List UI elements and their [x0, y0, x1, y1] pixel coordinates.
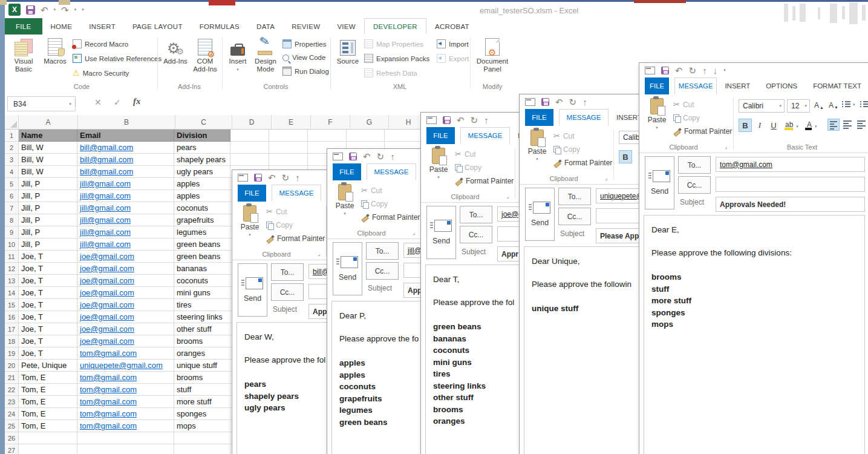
- row-header[interactable]: 15: [5, 299, 19, 311]
- properties-button[interactable]: Properties: [282, 39, 329, 48]
- sheet-cell[interactable]: Division: [174, 130, 230, 142]
- sheet-cell[interactable]: brooms: [174, 335, 230, 347]
- sheet-cell[interactable]: [308, 130, 347, 142]
- row-header[interactable]: 23: [5, 396, 19, 408]
- to-button[interactable]: To...: [558, 188, 591, 205]
- sheet-cell[interactable]: Jill, P: [19, 202, 77, 214]
- email-link[interactable]: jill@gmail.com: [80, 179, 131, 188]
- format-painter-button[interactable]: Format Painter: [266, 234, 325, 243]
- insert-function-icon[interactable]: fx: [133, 96, 141, 107]
- sheet-cell[interactable]: [174, 432, 230, 444]
- align-left-button[interactable]: [827, 119, 840, 131]
- mail-tab-file[interactable]: FILE: [645, 77, 669, 94]
- excel-app-icon[interactable]: X: [8, 4, 21, 16]
- numbering-button[interactable]: [859, 100, 868, 111]
- email-link[interactable]: tom@gmail.com: [80, 409, 137, 418]
- export-button[interactable]: Export: [437, 54, 469, 63]
- customize-qat-icon[interactable]: ▾: [82, 7, 84, 12]
- formula-bar-splitter[interactable]: ⋮: [71, 98, 79, 107]
- sheet-cell[interactable]: [230, 130, 269, 142]
- send-button[interactable]: Send: [426, 206, 456, 259]
- save-icon[interactable]: [349, 153, 357, 160]
- sheet-cell[interactable]: brooms: [174, 372, 230, 384]
- row-header[interactable]: 8: [5, 214, 19, 226]
- source-button[interactable]: Source: [334, 38, 362, 65]
- sheet-cell[interactable]: [269, 154, 308, 166]
- email-link[interactable]: bill@gmail.com: [80, 155, 133, 164]
- email-link[interactable]: joe@gmail.com: [80, 300, 134, 309]
- move-up-icon[interactable]: ↑: [390, 152, 395, 161]
- sheet-cell[interactable]: jill@gmail.com: [77, 190, 174, 202]
- sheet-cell[interactable]: jill@gmail.com: [77, 239, 174, 251]
- sheet-cell[interactable]: joe@gmail.com: [77, 251, 174, 263]
- undo-icon[interactable]: ↶: [675, 66, 683, 75]
- row-header[interactable]: 17: [5, 323, 19, 335]
- sheet-cell[interactable]: bill@gmail.com: [77, 154, 174, 166]
- redo-dropdown-icon[interactable]: ▾: [74, 7, 77, 12]
- redo-icon[interactable]: ↻: [689, 66, 697, 75]
- to-button[interactable]: To...: [678, 156, 711, 174]
- sheet-cell[interactable]: [269, 142, 308, 154]
- column-header-c[interactable]: C: [175, 115, 232, 130]
- sheet-cell[interactable]: sponges: [174, 408, 230, 420]
- row-header[interactable]: 12: [5, 263, 19, 275]
- bold-button[interactable]: B: [739, 119, 752, 132]
- sheet-cell[interactable]: mini guns: [174, 287, 230, 299]
- sheet-cell[interactable]: bill@gmail.com: [77, 142, 174, 154]
- sheet-cell[interactable]: tom@gmail.com: [77, 420, 174, 432]
- clipboard-dialog-launcher[interactable]: ⌟: [318, 251, 320, 257]
- sheet-cell[interactable]: coconuts: [174, 202, 230, 214]
- sheet-cell[interactable]: Jill, P: [19, 190, 77, 202]
- save-icon[interactable]: [26, 5, 35, 15]
- move-down-icon[interactable]: ↓: [713, 66, 718, 75]
- view-code-button[interactable]: View Code: [282, 54, 329, 61]
- sheet-cell[interactable]: joe@gmail.com: [77, 335, 174, 347]
- column-header-e[interactable]: E: [272, 115, 311, 130]
- email-link[interactable]: jill@gmail.com: [80, 191, 131, 200]
- copy-button[interactable]: Copy: [455, 163, 514, 172]
- tab-page-layout[interactable]: PAGE LAYOUT: [124, 18, 191, 35]
- grow-font-button[interactable]: A▲: [814, 101, 824, 110]
- cut-button[interactable]: ✂Cut: [553, 131, 612, 140]
- row-header[interactable]: 22: [5, 384, 19, 396]
- email-link[interactable]: tom@gmail.com: [80, 373, 137, 382]
- underline-button[interactable]: U: [767, 119, 780, 132]
- send-button[interactable]: Send: [645, 156, 674, 209]
- excel-titlebar[interactable]: X ↶▾ ↷▾ ▾ email_testerSO.xlsm - Excel: [5, 2, 868, 18]
- row-header[interactable]: 2: [5, 142, 19, 154]
- row-header[interactable]: 19: [5, 347, 19, 360]
- sheet-cell[interactable]: Tom, E: [19, 408, 77, 420]
- align-right-button[interactable]: [855, 119, 867, 131]
- tab-developer[interactable]: DEVELOPER: [364, 18, 426, 35]
- sheet-cell[interactable]: Bill, W: [19, 166, 77, 178]
- cc-button[interactable]: Cc...: [271, 283, 304, 301]
- row-header[interactable]: 10: [5, 239, 19, 251]
- save-icon[interactable]: [254, 174, 262, 182]
- sheet-cell[interactable]: [347, 130, 385, 142]
- sheet-cell[interactable]: [230, 142, 269, 154]
- row-header[interactable]: 27: [5, 444, 19, 454]
- tab-insert[interactable]: INSERT: [80, 18, 124, 35]
- undo-icon[interactable]: ↶: [555, 97, 563, 107]
- tab-file[interactable]: FILE: [5, 18, 42, 35]
- tab-acrobat[interactable]: ACROBAT: [426, 18, 478, 35]
- save-icon[interactable]: [661, 67, 669, 74]
- row-header[interactable]: 24: [5, 408, 19, 420]
- sheet-cell[interactable]: other stuff: [174, 323, 230, 335]
- save-icon[interactable]: [541, 98, 549, 106]
- sheet-cell[interactable]: jill@gmail.com: [77, 202, 174, 214]
- add-ins-button[interactable]: ⚙⚙ Add-Ins: [161, 38, 190, 65]
- font-size-combo[interactable]: 12▾: [787, 99, 810, 113]
- document-panel-button[interactable]: Document Panel: [474, 38, 511, 73]
- sheet-cell[interactable]: uniquepete@gmail.com: [77, 360, 174, 372]
- font-color-button[interactable]: A▾: [807, 120, 817, 129]
- sheet-cell[interactable]: legumes: [174, 226, 230, 239]
- sheet-cell[interactable]: grapefruits: [174, 214, 230, 226]
- sheet-cell[interactable]: Jill, P: [19, 214, 77, 226]
- row-header[interactable]: 14: [5, 287, 19, 299]
- row-header[interactable]: 18: [5, 335, 19, 347]
- shrink-font-button[interactable]: A▼: [829, 101, 838, 110]
- sheet-cell[interactable]: Joe, T: [19, 347, 77, 360]
- sheet-cell[interactable]: joe@gmail.com: [77, 275, 174, 287]
- sheet-cell[interactable]: mops: [174, 420, 230, 432]
